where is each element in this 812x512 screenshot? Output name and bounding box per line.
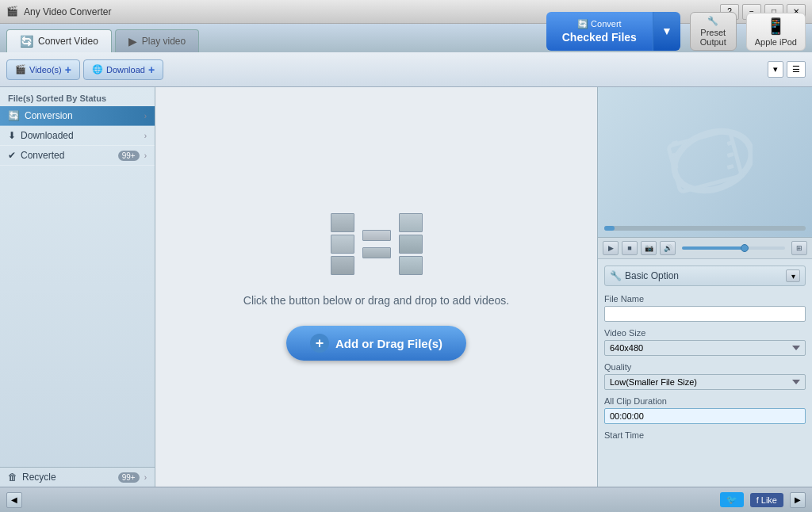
download-globe-icon: 🌐 [92,64,103,75]
conversion-arrow-icon: › [144,112,147,120]
stop-button[interactable]: ■ [622,241,638,255]
main-content: File(s) Sorted By Status 🔄 Conversion › … [0,87,812,487]
sidebar-item-downloaded[interactable]: ⬇ Downloaded › [0,126,155,146]
preset-icon: 🔧 [707,16,718,26]
start-time-group: Start Time [604,430,806,440]
sidebar-item-conversion[interactable]: 🔄 Conversion › [0,106,155,126]
recycle-icon: 🗑 [8,472,17,483]
preview-film-icon [657,121,753,203]
ipod-icon: 📱 [766,17,786,36]
duration-input[interactable] [604,408,806,424]
twitter-icon: 🐦 [726,495,737,505]
expand-button[interactable]: ⊞ [791,241,807,255]
download-button[interactable]: 🌐 Download + [83,59,163,80]
center-panel: Click the button below or drag and drop … [155,87,598,487]
sidebar-recycle[interactable]: 🗑 Recycle 99+ › [0,467,155,487]
facebook-icon: f [756,495,759,505]
toolbar: 🎬 Video(s) + 🌐 Download + ▾ ☰ [0,52,812,87]
video-size-label: Video Size [604,328,806,338]
wrench-icon: 🔧 [610,270,622,281]
preview-area [598,87,812,238]
downloaded-icon: ⬇ [8,130,16,141]
video-icon: 🎬 [15,64,26,75]
quality-label: Quality [604,362,806,372]
apple-ipod-button[interactable]: 📱 Apple iPod [746,13,806,51]
facebook-like-button[interactable]: f Like [750,493,783,507]
drop-area: Click the button below or drag and drop … [243,213,509,361]
status-bar: ◀ 🐦 f Like ▶ [0,487,812,512]
svg-rect-6 [727,152,734,158]
mute-button[interactable]: 🔊 [660,241,676,255]
start-time-label: Start Time [604,430,806,440]
recycle-arrow-icon: › [144,473,147,482]
play-tab-icon: ▶ [128,35,137,48]
filter-list-button[interactable]: ☰ [787,61,806,78]
preset-output-button[interactable]: 🔧 Preset Output [690,12,737,51]
video-size-group: Video Size 640x480 1280x720 1920x1080 32… [604,328,806,356]
add-videos-plus-icon: + [65,63,71,76]
converted-arrow-icon: › [144,151,147,160]
drop-text: Click the button below or drag and drop … [243,294,509,307]
options-panel: 🔧 Basic Option ▾ File Name Video Size 64… [598,259,812,487]
downloaded-arrow-icon: › [144,132,147,140]
preview-progress-bar[interactable] [604,226,806,231]
quality-select[interactable]: Low(Smaller File Size) Medium High Very … [604,374,806,390]
filter-dropdown-button[interactable]: ▾ [768,61,783,78]
conversion-icon: 🔄 [8,110,20,121]
sidebar: File(s) Sorted By Status 🔄 Conversion › … [0,87,155,487]
video-size-select[interactable]: 640x480 1280x720 1920x1080 320x240 [604,340,806,356]
convert-tab-icon: 🔄 [20,35,33,48]
play-tab-label: Play video [142,36,186,47]
options-header[interactable]: 🔧 Basic Option ▾ [604,266,806,286]
film-strip-icon [331,213,423,275]
sidebar-item-converted[interactable]: ✔ Converted 99+ › [0,146,155,166]
convert-btn-group: 🔄 Convert Checked Files ▼ [546,12,680,50]
film-strip-center [362,230,391,258]
preview-controls: ▶ ■ 📷 🔊 ⊞ [598,238,812,259]
status-right-button[interactable]: ▶ [790,492,806,508]
play-button[interactable]: ▶ [603,241,619,255]
file-name-group: File Name [604,294,806,322]
volume-slider-track[interactable] [679,246,788,250]
twitter-button[interactable]: 🐦 [720,492,744,507]
add-files-icon: + [310,334,329,353]
sidebar-header: File(s) Sorted By Status [0,87,155,106]
quality-group: Quality Low(Smaller File Size) Medium Hi… [604,362,806,390]
film-strip-right [399,213,423,275]
tab-convert[interactable]: 🔄 Convert Video [6,29,112,52]
svg-rect-7 [727,164,734,170]
convert-checked-button[interactable]: 🔄 Convert Checked Files [546,12,653,50]
converted-icon: ✔ [8,150,16,161]
right-panel: ▶ ■ 📷 🔊 ⊞ 🔧 Basic Option ▾ File Name [598,87,812,487]
tab-bar: 🔄 Convert Video ▶ Play video 🔄 Convert C… [0,24,812,52]
file-name-input[interactable] [604,306,806,322]
convert-dropdown-button[interactable]: ▼ [653,12,680,50]
convert-tab-label: Convert Video [38,36,98,47]
status-left-button[interactable]: ◀ [6,492,22,508]
add-files-button[interactable]: + Add or Drag File(s) [286,326,466,361]
file-name-label: File Name [604,294,806,304]
tab-play[interactable]: ▶ Play video [115,29,199,52]
add-videos-button[interactable]: 🎬 Video(s) + [6,59,80,80]
film-strip-left [331,213,354,275]
options-expand-button[interactable]: ▾ [786,269,800,282]
screenshot-button[interactable]: 📷 [641,241,657,255]
duration-group: All Clip Duration [604,396,806,424]
app-icon: 🎬 [6,6,19,18]
download-plus-icon: + [148,63,155,76]
duration-label: All Clip Duration [604,396,806,406]
